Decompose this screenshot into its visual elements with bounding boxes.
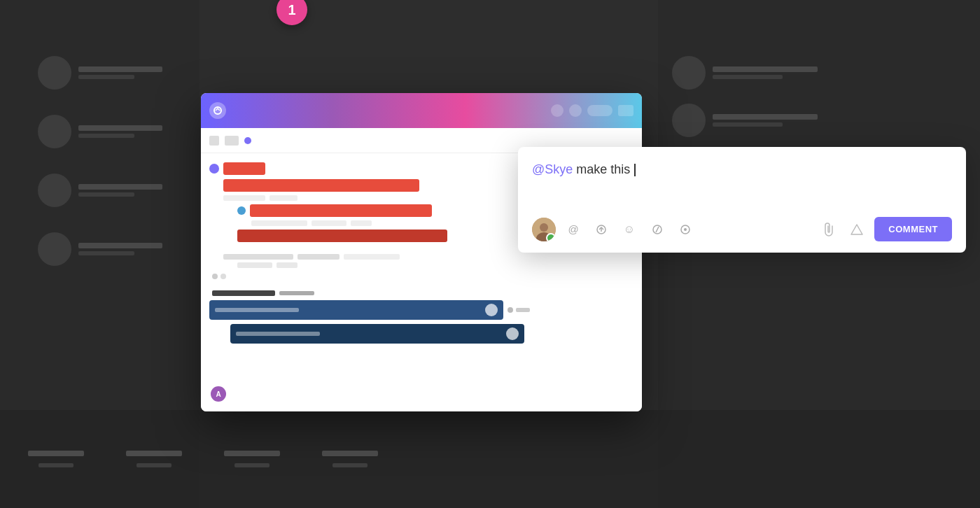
bg-text-4	[78, 243, 162, 255]
svg-line-6	[656, 227, 659, 232]
bg-right-row-1	[672, 56, 966, 90]
comment-toolbar: @ ☺	[532, 217, 952, 241]
section-title	[212, 290, 275, 296]
emoji-icon: ☺	[624, 223, 635, 236]
section-subtitle	[279, 291, 314, 295]
app-header	[201, 93, 642, 128]
small-dots-row	[209, 274, 634, 279]
assign-button[interactable]	[591, 219, 612, 240]
list-icon[interactable]	[225, 136, 239, 146]
svg-point-2	[540, 223, 548, 232]
bg-avatar-2	[38, 115, 71, 148]
row-indicator-2	[237, 206, 246, 215]
comment-button[interactable]: COMMENT	[874, 217, 952, 241]
spacer-3	[209, 254, 634, 260]
online-indicator	[549, 234, 556, 241]
commenter-avatar	[532, 218, 556, 241]
grid-icon[interactable]	[209, 136, 219, 146]
add-icon[interactable]	[244, 137, 251, 144]
app-logo-icon	[209, 102, 226, 119]
section-spacer	[209, 254, 634, 268]
emoji-button[interactable]: ☺	[619, 219, 640, 240]
bg-text-1	[78, 66, 162, 79]
bg-right-avatar-1	[672, 56, 706, 90]
blue-bar-circle-1	[485, 304, 498, 316]
bg-right-avatar-2	[672, 104, 706, 137]
svg-point-8	[684, 228, 687, 231]
bg-row-3	[38, 174, 162, 207]
gantt-bar-3	[250, 204, 432, 217]
slash-icon	[652, 224, 663, 235]
comment-text: make this	[576, 162, 634, 176]
blue-gantt-bar-2	[230, 324, 524, 344]
comment-cursor	[634, 164, 636, 176]
bg-avatar-1	[38, 56, 71, 90]
attachment-icon	[823, 223, 834, 237]
gantt-blue-section	[209, 290, 634, 344]
header-search-icon[interactable]	[569, 104, 582, 117]
drive-button[interactable]	[846, 219, 867, 240]
bg-text-3	[78, 184, 162, 197]
comment-text-area[interactable]: @Skye make this	[532, 161, 952, 203]
background-bottom-bar	[0, 410, 980, 508]
header-bar-icon[interactable]	[587, 105, 612, 116]
bg-row-1	[38, 56, 162, 90]
blue-bar-inner-1	[215, 308, 299, 312]
blue-section-header	[209, 290, 634, 296]
assign-icon	[596, 224, 607, 235]
blue-bar-inner-2	[236, 332, 320, 336]
blue-gantt-bar-1	[209, 300, 503, 320]
slash-button[interactable]	[647, 219, 668, 240]
bg-bottom-item-4	[322, 451, 378, 467]
target-button[interactable]	[675, 219, 696, 240]
blue-bar-row-2	[209, 324, 634, 344]
comment-mention: @Skye	[532, 162, 573, 176]
row-indicator-1	[209, 164, 219, 174]
bg-avatar-3	[38, 174, 71, 207]
bg-row-2	[38, 115, 162, 148]
header-extra-icon[interactable]	[618, 105, 634, 116]
header-bell-icon[interactable]	[551, 104, 564, 117]
app-user-avatar: A	[211, 386, 226, 402]
target-icon	[680, 224, 691, 235]
spacer-4	[209, 262, 634, 268]
bg-bottom-item-3	[224, 451, 280, 467]
gantt-bar-2	[223, 179, 419, 192]
at-icon: @	[568, 223, 578, 235]
bg-text-2	[78, 125, 162, 138]
blue-bar-actions-1	[507, 307, 530, 313]
gantt-bar-1	[223, 162, 265, 175]
bg-row-4	[38, 232, 162, 266]
at-mention-button[interactable]: @	[563, 219, 584, 240]
bg-right-row-2	[672, 104, 966, 137]
notification-badge[interactable]: 1	[276, 0, 307, 25]
svg-marker-9	[851, 225, 862, 234]
blue-bar-circle-2	[506, 327, 519, 340]
attachment-button[interactable]	[818, 219, 839, 240]
bg-avatar-4	[38, 232, 71, 266]
bg-right-text-2	[713, 114, 818, 127]
bg-right-text-1	[713, 66, 818, 79]
drive-icon	[850, 224, 863, 235]
blue-bar-row-1	[209, 300, 634, 320]
gantt-bar-4	[237, 230, 447, 242]
comment-popup: @Skye make this @ ☺	[518, 147, 966, 253]
bg-bottom-item-1	[28, 451, 84, 467]
bg-bottom-item-2	[126, 451, 182, 467]
